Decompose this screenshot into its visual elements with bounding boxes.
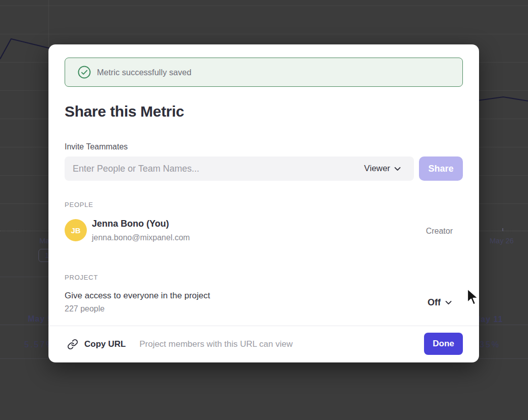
role-dropdown[interactable]: Viewer — [364, 164, 414, 174]
check-circle-icon — [78, 66, 91, 79]
done-button[interactable]: Done — [424, 333, 463, 355]
user-name: Jenna Bono (You) — [92, 219, 169, 229]
project-access-title: Give access to everyone in the project — [65, 291, 210, 301]
copy-url-label: Copy URL — [84, 339, 126, 349]
project-access-dropdown[interactable]: Off — [428, 297, 452, 308]
role-dropdown-value: Viewer — [364, 164, 390, 174]
share-metric-modal: Metric successfully saved Share this Met… — [48, 44, 479, 362]
user-email: jenna.bono@mixpanel.com — [92, 233, 190, 242]
link-icon — [67, 339, 78, 350]
invite-input-container: Viewer — [65, 156, 414, 181]
url-permission-hint: Project members with this URL can view — [139, 339, 293, 349]
toast-message: Metric successfully saved — [97, 68, 191, 77]
invite-input[interactable] — [65, 156, 364, 181]
chevron-down-icon — [445, 300, 452, 305]
modal-title: Share this Metric — [65, 103, 184, 120]
table-value-right: 35% — [480, 340, 500, 349]
modal-footer: Copy URL Project members with this URL c… — [48, 326, 479, 362]
project-section-label: PROJECT — [65, 274, 98, 281]
people-section-label: PEOPLE — [65, 201, 93, 208]
project-people-count: 227 people — [65, 304, 104, 313]
share-button[interactable]: Share — [419, 156, 463, 181]
user-role: Creator — [426, 227, 453, 236]
success-toast: Metric successfully saved — [65, 58, 463, 87]
copy-url-button[interactable]: Copy URL — [67, 339, 126, 350]
project-access-value: Off — [428, 297, 441, 308]
x-axis-label-right: May 26 — [490, 237, 514, 245]
table-border — [0, 277, 48, 277]
avatar: JB — [65, 219, 87, 241]
invite-teammates-label: Invite Teammates — [65, 142, 128, 151]
chevron-down-icon — [394, 167, 401, 171]
